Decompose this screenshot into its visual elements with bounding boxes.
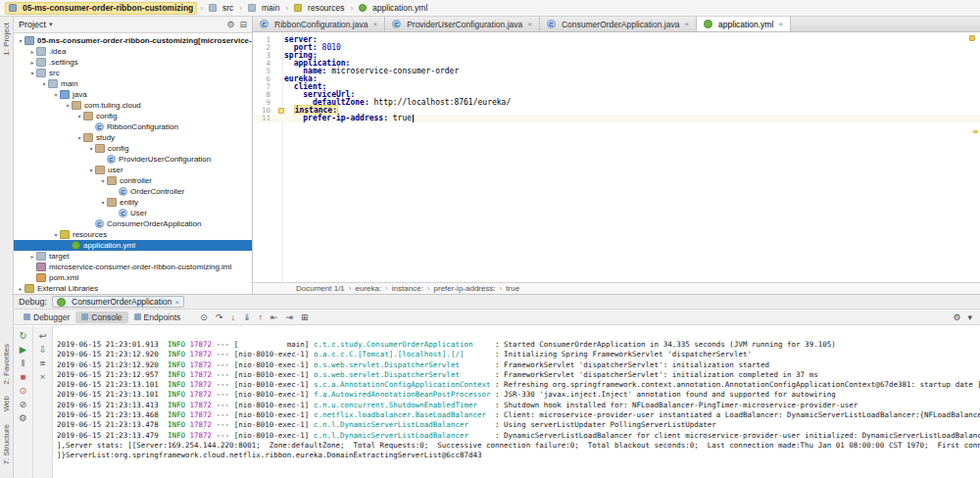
close-icon[interactable]: ×: [684, 20, 689, 28]
code-line[interactable]: 9 defaultZone: http://localhost:8761/eur…: [253, 99, 980, 107]
rerun-icon[interactable]: ↻: [20, 330, 27, 341]
tree-expanded-arrow-icon[interactable]: ▾: [28, 70, 36, 76]
view-breakpoints-icon[interactable]: ⊙: [20, 385, 27, 396]
tree-expanded-arrow-icon[interactable]: ▾: [52, 231, 60, 238]
tree-item[interactable]: ConsumerOrderApplication: [14, 218, 252, 229]
drop-frame-icon[interactable]: ⇤: [270, 312, 278, 322]
tree-item[interactable]: User: [14, 208, 252, 218]
code-line[interactable]: 1server:: [253, 36, 980, 44]
tree-expanded-arrow-icon[interactable]: ▾: [40, 80, 48, 87]
code-line[interactable]: 2 port: 8010: [253, 44, 980, 52]
tree-item[interactable]: application.yml: [14, 240, 252, 251]
code-line[interactable]: 3spring:: [253, 52, 980, 60]
tree-item[interactable]: ▾user: [14, 165, 252, 175]
tree-item[interactable]: ▾main: [14, 78, 252, 89]
tree-expanded-arrow-icon[interactable]: ▾: [87, 167, 95, 173]
tree-item[interactable]: ▾com.tuling.cloud: [14, 100, 252, 111]
close-icon[interactable]: ×: [175, 298, 180, 307]
tree-expanded-arrow-icon[interactable]: ▾: [52, 91, 60, 98]
debug-tab-console[interactable]: Console: [75, 311, 127, 323]
tree-item[interactable]: ▸target: [14, 251, 252, 262]
tree-expanded-arrow-icon[interactable]: ▾: [99, 199, 107, 206]
editor-breadcrumb-item[interactable]: eureka:: [355, 284, 381, 293]
settings-gear-icon[interactable]: ⚙: [226, 20, 234, 29]
tree-item[interactable]: ▾java: [14, 89, 252, 100]
debug-session-tab[interactable]: ConsumerOrderApplication ×: [52, 296, 184, 308]
settings-gear-icon[interactable]: ⚙: [953, 312, 960, 322]
force-step-into-icon[interactable]: ⇓: [243, 312, 251, 322]
editor-tab[interactable]: application.yml×: [697, 17, 791, 31]
tree-item[interactable]: ▾config: [14, 143, 252, 154]
show-execution-point-icon[interactable]: ⊙: [200, 312, 208, 322]
code-line[interactable]: 7 client:: [253, 83, 980, 91]
hide-panel-icon[interactable]: ▾: [967, 312, 972, 322]
step-out-icon[interactable]: ↑: [258, 312, 263, 322]
collapse-all-icon[interactable]: ⊟: [239, 20, 247, 29]
tree-item[interactable]: ▾resources: [14, 229, 252, 240]
editor-tab[interactable]: ProviderUserConfiguration.java×: [385, 17, 540, 31]
stop-icon[interactable]: ■: [21, 371, 26, 382]
tree-collapsed-arrow-icon[interactable]: ▸: [28, 253, 36, 260]
tree-expanded-arrow-icon[interactable]: ▾: [17, 37, 24, 44]
evaluate-expression-icon[interactable]: ⊞: [301, 312, 309, 322]
toolwindow-button[interactable]: 1: Project: [2, 23, 11, 56]
breadcrumb-item[interactable]: main: [245, 2, 282, 15]
tree-item[interactable]: ProviderUserConfiguration: [14, 154, 252, 165]
toolwindow-button[interactable]: 2: Favorites: [2, 344, 11, 385]
tree-item[interactable]: ▸.idea: [14, 46, 252, 57]
scroll-to-end-icon[interactable]: ⇩: [39, 344, 47, 355]
tree-item[interactable]: ▸External Libraries: [14, 283, 252, 294]
code-line[interactable]: 5 name: microservice-consumer-order: [253, 68, 980, 75]
code-line[interactable]: 6eureka:: [253, 75, 980, 83]
editor-breadcrumb-item[interactable]: Document 1/1: [296, 284, 345, 293]
inspection-status-icon[interactable]: [969, 35, 975, 41]
toolwindow-button[interactable]: 7: Structure: [2, 424, 11, 464]
tree-item[interactable]: OrderController: [14, 186, 252, 197]
tree-item[interactable]: ▾src: [14, 68, 252, 78]
tree-item[interactable]: ▾study: [14, 132, 252, 143]
code-editor[interactable]: 1server:2 port: 80103spring:4 applicatio…: [253, 32, 980, 282]
close-icon[interactable]: ×: [778, 20, 783, 28]
tree-item[interactable]: ▸.settings: [14, 57, 252, 68]
tree-collapsed-arrow-icon[interactable]: ▸: [28, 59, 36, 66]
mute-breakpoints-icon[interactable]: ⊘: [20, 399, 27, 409]
code-line[interactable]: 11 prefer-ip-address: true: [253, 115, 980, 122]
tree-collapsed-arrow-icon[interactable]: ▸: [28, 48, 36, 55]
soft-wrap-icon[interactable]: ↩: [39, 330, 47, 341]
breadcrumb-item[interactable]: resources: [291, 2, 347, 15]
project-view-selector[interactable]: Project ▾: [19, 20, 53, 29]
tree-item[interactable]: RibbonConfiguration: [14, 121, 252, 132]
close-icon[interactable]: ×: [372, 20, 377, 28]
breadcrumb-item[interactable]: 05-ms-consumer-order-ribbon-customizing: [5, 2, 197, 15]
tree-expanded-arrow-icon[interactable]: ▾: [75, 134, 83, 141]
clear-console-icon[interactable]: ×: [40, 371, 46, 382]
editor-breadcrumb-item[interactable]: true: [506, 284, 519, 293]
tree-expanded-arrow-icon[interactable]: ▾: [99, 177, 107, 184]
editor-breadcrumb-item[interactable]: instance:: [392, 284, 423, 293]
tree-expanded-arrow-icon[interactable]: ▾: [64, 102, 72, 109]
run-to-cursor-icon[interactable]: ⇥: [286, 312, 294, 322]
editor-tab[interactable]: ConsumerOrderApplication.java×: [540, 17, 697, 31]
warning-stripe-mark[interactable]: [973, 130, 978, 133]
breadcrumb-item[interactable]: src: [206, 2, 236, 15]
editor-breadcrumb-item[interactable]: prefer-ip-address:: [434, 284, 496, 293]
close-icon[interactable]: ×: [527, 20, 532, 28]
debug-tab-endpoints[interactable]: Endpoints: [128, 311, 187, 323]
tree-item[interactable]: ▾entity: [14, 197, 252, 208]
tree-expanded-arrow-icon[interactable]: ▾: [75, 113, 83, 120]
step-into-icon[interactable]: ↓: [230, 312, 235, 322]
pause-icon[interactable]: ‖: [22, 358, 25, 368]
console-output[interactable]: 2019-06-15 21:23:01.913 INFO 17872 --- […: [53, 326, 980, 478]
print-icon[interactable]: ≡: [40, 358, 46, 368]
debug-tab-debugger[interactable]: Debugger: [18, 311, 75, 323]
breadcrumb-item[interactable]: application.yml: [356, 2, 430, 15]
step-over-icon[interactable]: ↷: [216, 312, 223, 322]
editor-tab[interactable]: RibbonConfiguration.java×: [253, 17, 385, 31]
tree-item[interactable]: ▾05-ms-consumer-order-ribbon-customizing…: [14, 35, 252, 46]
tree-expanded-arrow-icon[interactable]: ▾: [87, 145, 95, 152]
tree-item[interactable]: pom.xml: [14, 272, 252, 283]
resume-icon[interactable]: ▶: [20, 344, 26, 355]
settings-gear-icon[interactable]: ⚙: [19, 412, 27, 423]
tree-item[interactable]: ▾controller: [14, 175, 252, 186]
tree-item[interactable]: microservice-consumer-order-ribbon-custo…: [14, 262, 252, 272]
